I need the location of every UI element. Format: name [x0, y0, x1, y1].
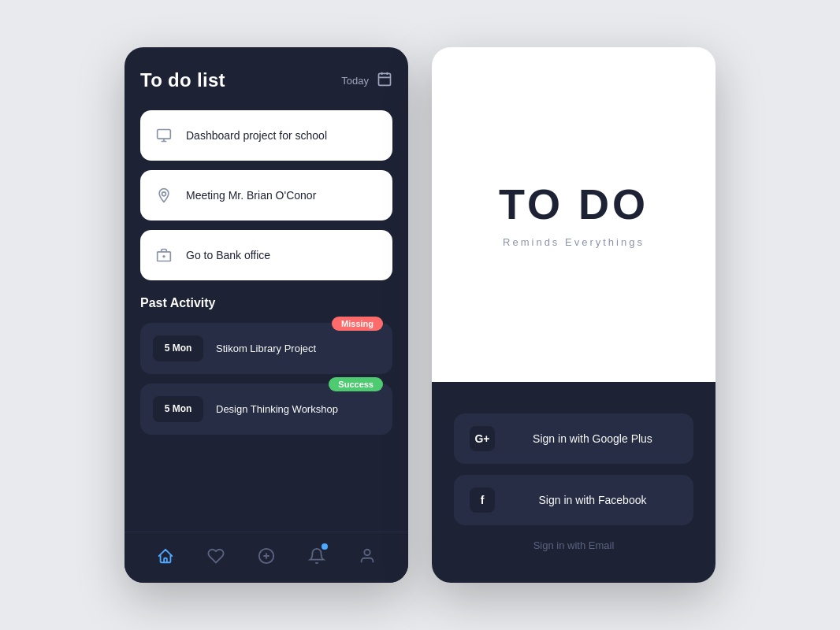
activity-item-1[interactable]: Missing 5 Mon Stikom Library Project [140, 323, 392, 374]
brand-subtitle: Reminds Everythings [503, 236, 645, 248]
header-row: To do list Today [140, 69, 392, 91]
nav-heart-icon[interactable] [202, 542, 230, 570]
svg-rect-0 [379, 73, 391, 85]
bottom-nav [125, 532, 408, 583]
signin-facebook-button[interactable]: f Sign in with Facebook [454, 475, 693, 525]
activity-name-2: Design Thinking Workshop [216, 403, 338, 415]
todo-item-1[interactable]: Dashboard project for school [140, 110, 392, 161]
signin-google-button[interactable]: G+ Sign in with Google Plus [454, 413, 693, 464]
svg-point-14 [364, 550, 370, 555]
bank-icon [153, 244, 175, 266]
todo-text-3: Go to Bank office [186, 249, 270, 261]
nav-bell-icon[interactable] [303, 542, 331, 570]
monitor-icon [153, 124, 175, 146]
nav-profile-icon[interactable] [353, 542, 381, 570]
nav-home-icon[interactable] [151, 542, 180, 570]
svg-point-7 [162, 192, 166, 196]
brand-section: TO DO Reminds Everythings [432, 47, 715, 382]
past-activity-title: Past Activity [140, 296, 392, 310]
activity-row-2: 5 Mon Design Thinking Workshop [153, 396, 380, 422]
location-icon [153, 184, 175, 206]
todo-panel: To do list Today [125, 47, 408, 583]
success-badge: Success [329, 377, 383, 391]
brand-title: TO DO [499, 181, 649, 228]
auth-buttons-section: G+ Sign in with Google Plus f Sign in wi… [432, 382, 715, 583]
facebook-icon: f [470, 487, 495, 513]
signin-facebook-label: Sign in with Facebook [507, 494, 678, 506]
today-label: Today [341, 75, 369, 87]
activity-row-1: 5 Mon Stikom Library Project [153, 335, 380, 361]
todo-item-2[interactable]: Meeting Mr. Brian O'Conor [140, 170, 392, 220]
activity-day-2: 5 Mon [153, 396, 203, 422]
page-title: To do list [140, 69, 225, 91]
auth-panel: TO DO Reminds Everythings G+ Sign in wit… [432, 47, 715, 583]
todo-content: To do list Today [125, 47, 408, 532]
activity-day-1: 5 Mon [153, 335, 203, 361]
nav-add-icon[interactable] [252, 542, 281, 570]
todo-text-2: Meeting Mr. Brian O'Conor [186, 189, 316, 202]
missing-badge: Missing [332, 317, 383, 331]
header-right: Today [341, 71, 392, 91]
activity-item-2[interactable]: Success 5 Mon Design Thinking Workshop [140, 384, 392, 435]
svg-rect-4 [158, 130, 171, 139]
signin-email-link[interactable]: Sign in with Email [454, 536, 693, 554]
google-icon: G+ [470, 426, 495, 451]
todo-text-1: Dashboard project for school [186, 129, 327, 142]
calendar-icon[interactable] [377, 71, 392, 91]
todo-item-3[interactable]: Go to Bank office [140, 230, 392, 280]
notification-dot [322, 543, 328, 550]
activity-name-1: Stikom Library Project [216, 343, 316, 354]
signin-google-label: Sign in with Google Plus [507, 432, 678, 445]
